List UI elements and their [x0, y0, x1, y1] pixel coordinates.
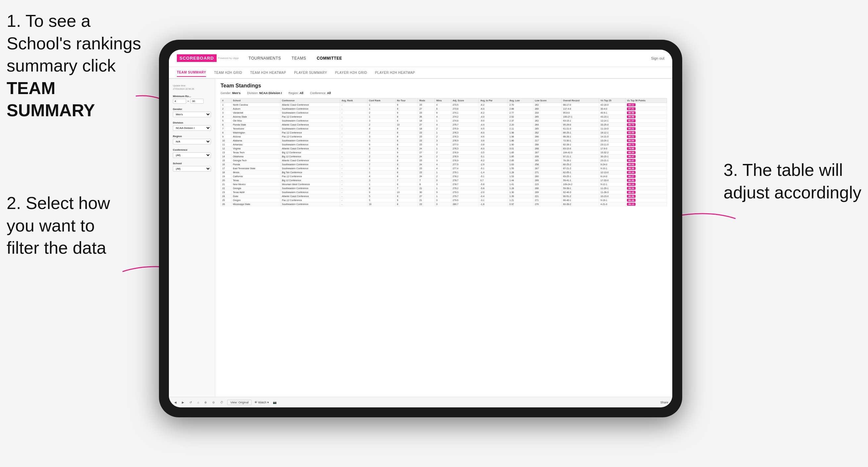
score-badge: 86.36 [627, 167, 636, 170]
filter-min-input[interactable] [173, 99, 186, 104]
toolbar-screenshot[interactable]: 📷 [272, 400, 278, 405]
table-row: 10 Alabama Southeastern Conference - 5 6… [221, 139, 667, 143]
filter-region: Region N/A [173, 135, 211, 145]
filter-conference-select[interactable]: (All) [173, 152, 211, 158]
toolbar-forward[interactable]: ▶ [181, 400, 185, 405]
filter-gender-select[interactable]: Men's [173, 112, 211, 117]
tablet-device: SCOREBOARD Powered by clippi TOURNAMENTS… [159, 40, 682, 417]
instruction-step1-text: 1. To see a School's rankings summary cl… [7, 11, 141, 75]
toolbar-home[interactable]: ⌂ [196, 400, 200, 405]
filter-division: Division NCAA Division I [173, 121, 211, 131]
table-row: 15 Georgia Tech Atlantic Coast Conferenc… [221, 159, 667, 163]
table-row: 3 Vanderbilt Southeastern Conference - 2… [221, 111, 667, 115]
score-badge: 80.73 [627, 123, 636, 126]
main-content: Update time: 27/03/2024 16:56:26 Minimum… [169, 79, 672, 397]
table-row: 26 Mississippi State Southeastern Confer… [221, 203, 667, 206]
col-vs-top50: Vs Top 50 Points [626, 98, 667, 103]
instruction-step1-bold: TEAM SUMMARY [7, 79, 95, 120]
score-badge: 80.21 [627, 135, 636, 138]
filter-school-select[interactable]: (All) [173, 166, 211, 172]
table-body: 1 North Carolina Atlantic Coast Conferen… [221, 103, 667, 206]
toolbar: ◀ ▶ ↺ ⌂ ⊕ ⊖ ⏱ View: Original 👁 Watch ▾ 📷… [169, 397, 672, 407]
sub-nav-team-summary[interactable]: TEAM SUMMARY [177, 68, 206, 77]
sub-nav-team-h2h-grid[interactable]: TEAM H2H GRID [214, 69, 242, 76]
filter-max-input[interactable] [190, 99, 204, 104]
nav-committee[interactable]: COMMITTEE [317, 55, 342, 62]
table-row: 12 Virginia Atlantic Coast Conference - … [221, 147, 667, 151]
sub-nav: TEAM SUMMARY TEAM H2H GRID TEAM H2H HEAT… [169, 67, 672, 79]
table-row: 16 Florida Southeastern Conference - 7 9… [221, 163, 667, 166]
score-badge: 86.47 [627, 159, 636, 162]
table-row: 9 Arizona Pac-12 Conference - 3 8 23 2 2… [221, 135, 667, 139]
score-badge: 81.27 [627, 119, 636, 122]
table-row: 18 Illinois Big Ten Conference - 1 8 23 … [221, 170, 667, 175]
instruction-step3-line2: adjust accordingly [723, 183, 861, 202]
instruction-step3-line1: 3. The table will [723, 160, 843, 180]
score-badge: 86.02 [627, 163, 636, 166]
table-row: 7 Tennessee Southeastern Conference - 4 … [221, 127, 667, 131]
sign-out[interactable]: Sign out [651, 56, 664, 60]
score-badge: 88.27 [627, 175, 636, 178]
table-row: 2 Auburn Southeastern Conference - 1 9 2… [221, 107, 667, 111]
toolbar-reload[interactable]: ↺ [188, 400, 193, 405]
sub-nav-player-h2h-heatmap[interactable]: PLAYER H2H HEATMAP [375, 69, 415, 76]
nav-teams[interactable]: TEAMS [292, 55, 306, 62]
table-row: 25 Oregon Pac-12 Conference - 5 9 21 0 2… [221, 198, 667, 203]
table-row: 5 Ole Miss Southeastern Conference - 3 6… [221, 119, 667, 123]
filter-gender: Gender Men's [173, 107, 211, 117]
score-badge: 85.34 [627, 171, 636, 174]
score-badge: 83.49 [627, 131, 636, 134]
instruction-step2-line3: filter the data [7, 238, 106, 257]
toolbar-back[interactable]: ◀ [173, 400, 178, 405]
filter-conference-label: Conference [173, 148, 211, 151]
col-adj-score: Adj. Score [451, 98, 479, 103]
table-row: 20 Texas Big 12 Conference - 3 7 7 0 278… [221, 179, 667, 183]
toolbar-view-original[interactable]: View: Original [227, 400, 251, 405]
table-area: Team Standings Gender: Men's Division: N… [215, 79, 672, 397]
standings-table: # School Conference Avg. Rank Conf Rank … [221, 98, 667, 206]
filter-school-label: School [173, 162, 211, 165]
nav-tournaments[interactable]: TOURNAMENTS [249, 55, 281, 62]
table-row: 17 East Tennessee State Southeastern Con… [221, 166, 667, 170]
score-badge: 88.13 [627, 203, 636, 206]
col-low-score: Low Score [533, 98, 561, 103]
table-row: 6 Florida State Atlantic Coast Conferenc… [221, 123, 667, 127]
tablet-screen: SCOREBOARD Powered by clippi TOURNAMENTS… [169, 50, 672, 407]
filter-minimum-row-range: – [173, 99, 211, 104]
standings-title: Team Standings [221, 83, 667, 89]
standings-filter-row: Gender: Men's Division: NCAA Division I … [221, 91, 667, 95]
col-wins: Wins [435, 98, 451, 103]
table-row: 1 North Carolina Atlantic Coast Conferen… [221, 103, 667, 107]
toolbar-watch[interactable]: 👁 Watch ▾ [254, 401, 269, 404]
sub-nav-player-h2h-grid[interactable]: PLAYER H2H GRID [335, 69, 367, 76]
col-avg-low: Avg. Low [508, 98, 533, 103]
toolbar-zoom-in[interactable]: ⊕ [203, 400, 208, 405]
score-badge: 88.38 [627, 199, 636, 202]
score-badge: 79.86 [627, 147, 636, 150]
sub-nav-player-summary[interactable]: PLAYER SUMMARY [294, 69, 327, 76]
filter-region-select[interactable]: N/A [173, 139, 211, 145]
filter-minimum-row-label: Minimum Ro... [173, 95, 211, 98]
score-badge: 86.47 [627, 155, 636, 158]
filter-school: School (All) [173, 162, 211, 172]
table-header-row: # School Conference Avg. Rank Conf Rank … [221, 98, 667, 103]
toolbar-zoom-out[interactable]: ⊖ [211, 400, 216, 405]
filter-gender-label: Gender [173, 107, 211, 111]
sub-nav-team-h2h-heatmap[interactable]: TEAM H2H HEATMAP [250, 69, 286, 76]
toolbar-share[interactable]: Share [660, 401, 668, 404]
table-row: 24 Duke Atlantic Coast Conference - 5 9 … [221, 194, 667, 198]
score-badge: 80.21 [627, 127, 636, 130]
score-badge: 87.21 [627, 107, 636, 110]
instruction-step1: 1. To see a School's rankings summary cl… [7, 10, 146, 122]
col-rnds: Rnds [418, 98, 435, 103]
toolbar-clock[interactable]: ⏱ [219, 400, 224, 405]
table-row: 19 California Pac-12 Conference - 4 8 24… [221, 175, 667, 179]
filter-division-select[interactable]: NCAA Division I [173, 125, 211, 131]
table-row: 22 Georgia Southeastern Conference - 8 7… [221, 186, 667, 190]
table-row: 4 Arizona State Pac-12 Conference - 1 8 … [221, 115, 667, 119]
update-time: Update time: 27/03/2024 16:56:26 [173, 84, 211, 91]
score-badge: 86.58 [627, 111, 636, 114]
col-rank: # [221, 98, 231, 103]
table-row: 13 Texas Tech Big 12 Conference - 1 9 27… [221, 151, 667, 155]
filter-conference: Conference (All) [173, 148, 211, 158]
